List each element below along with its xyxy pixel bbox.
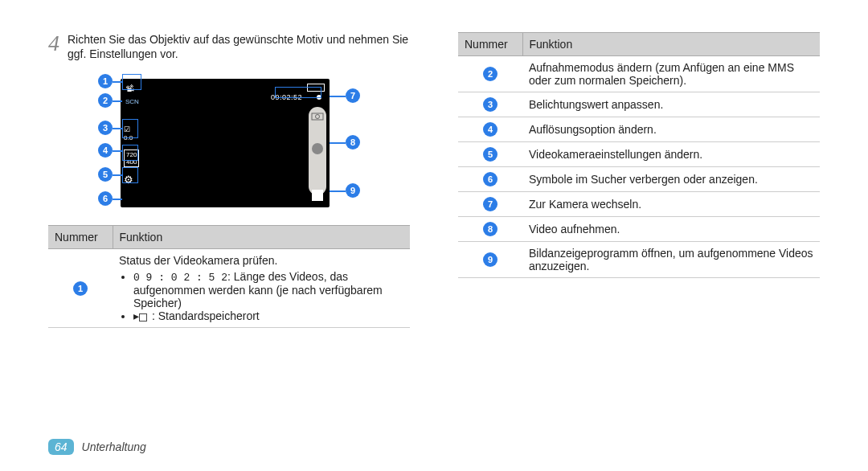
callout-marker-9: 9	[346, 183, 360, 198]
row-9-text: Bildanzeigeprogramm öffnen, um aufgenomm…	[522, 242, 820, 278]
step-text: Richten Sie das Objektiv auf das gewünsc…	[68, 32, 410, 61]
row-number-1: 1	[73, 281, 88, 296]
row-number-2: 2	[483, 67, 497, 81]
svg-point-1	[316, 115, 320, 119]
page-footer: 64 Unterhaltung	[48, 431, 820, 455]
table-row: 4Auflösungsoption ändern.	[458, 117, 820, 142]
table-row: 6Symbole im Sucher verbergen oder anzeig…	[458, 167, 820, 192]
callout-line	[330, 96, 346, 97]
row-2-text: Aufnahmemodus ändern (zum Anfügen an ein…	[522, 56, 820, 92]
viewfinder-area: 09:02:52 📽 SCN ☑0.0 720400 ⚙	[121, 79, 330, 207]
callout-box-7-timer	[275, 87, 321, 98]
row-1-status: Status der Videokamera prüfen.	[119, 254, 403, 267]
callout-marker-3: 3	[98, 121, 113, 135]
table-row: 8Video aufnehmen.	[458, 217, 820, 242]
callout-marker-4: 4	[98, 143, 113, 158]
table-row: 1 Status der Videokamera prüfen. 0 9 : 0…	[48, 249, 410, 328]
section-name: Unterhaltung	[82, 440, 146, 453]
table-row: 5Videokameraeinstellungen ändern.	[458, 142, 820, 167]
table-header-number: Nummer	[458, 33, 522, 56]
callout-line	[330, 190, 346, 192]
camera-switch-icon	[310, 111, 325, 122]
row-5-text: Videokameraeinstellungen ändern.	[522, 142, 820, 167]
callout-line	[113, 100, 122, 102]
row-number-9: 9	[483, 252, 497, 267]
row-number-6: 6	[483, 172, 497, 186]
row-number-3: 3	[483, 97, 497, 112]
callout-line	[113, 174, 122, 176]
row-7-text: Zur Kamera wechseln.	[522, 192, 820, 217]
callout-marker-1: 1	[98, 74, 113, 88]
storage-icon: ▸	[133, 309, 149, 322]
step-4: 4 Richten Sie das Objektiv auf das gewün…	[48, 32, 410, 61]
row-number-8: 8	[483, 222, 497, 236]
callout-line	[330, 142, 346, 144]
stop-gallery-button	[312, 190, 323, 201]
callout-box-1	[122, 74, 141, 90]
row-number-7: 7	[483, 197, 497, 211]
callout-marker-2: 2	[98, 93, 113, 108]
callout-marker-5: 5	[98, 167, 113, 182]
callout-line	[113, 199, 122, 200]
table-row: 2Aufnahmemodus ändern (zum Anfügen an ei…	[458, 56, 820, 92]
page-number: 64	[48, 439, 74, 455]
table-header-number: Nummer	[48, 226, 113, 249]
callout-box-3	[122, 119, 138, 138]
table-row: 9Bildanzeigeprogramm öffnen, um aufgenom…	[458, 242, 820, 278]
row-1-bullet-1: 0 9 : 0 2 : 5 2: Länge des Videos, das a…	[133, 270, 403, 309]
row-3-text: Belichtungswert anpassen.	[522, 92, 820, 117]
row-8-text: Video aufnehmen.	[522, 217, 820, 242]
row-number-4: 4	[483, 122, 497, 137]
row-1-bullet-2: ▸ : Standardspeicherort	[133, 309, 403, 322]
callout-box-4	[122, 145, 138, 161]
camcorder-viewfinder-diagram: 09:02:52 📽 SCN ☑0.0 720400 ⚙ 1 2 3	[72, 71, 378, 215]
callout-line	[113, 81, 122, 83]
table-row: 3Belichtungswert anpassen.	[458, 92, 820, 117]
step-number: 4	[48, 32, 59, 55]
table-row: 7Zur Kamera wechseln.	[458, 192, 820, 217]
callout-marker-7: 7	[346, 88, 360, 103]
right-function-table: Nummer Funktion 2Aufnahmemodus ändern (z…	[458, 32, 820, 278]
row-4-text: Auflösungsoption ändern.	[522, 117, 820, 142]
timer-example: 0 9 : 0 2 : 5 2	[133, 272, 227, 284]
callout-box-5	[122, 167, 138, 183]
scene-label: SCN	[125, 98, 139, 105]
callout-line	[113, 128, 122, 129]
left-function-table: Nummer Funktion 1 Status der Videokamera…	[48, 225, 410, 328]
callout-marker-8: 8	[346, 135, 360, 149]
callout-line	[113, 150, 122, 152]
row-6-text: Symbole im Sucher verbergen oder anzeige…	[522, 167, 820, 192]
table-header-function: Funktion	[522, 33, 820, 56]
row-number-5: 5	[483, 147, 497, 162]
table-header-function: Funktion	[113, 226, 410, 249]
callout-marker-6: 6	[98, 191, 113, 206]
